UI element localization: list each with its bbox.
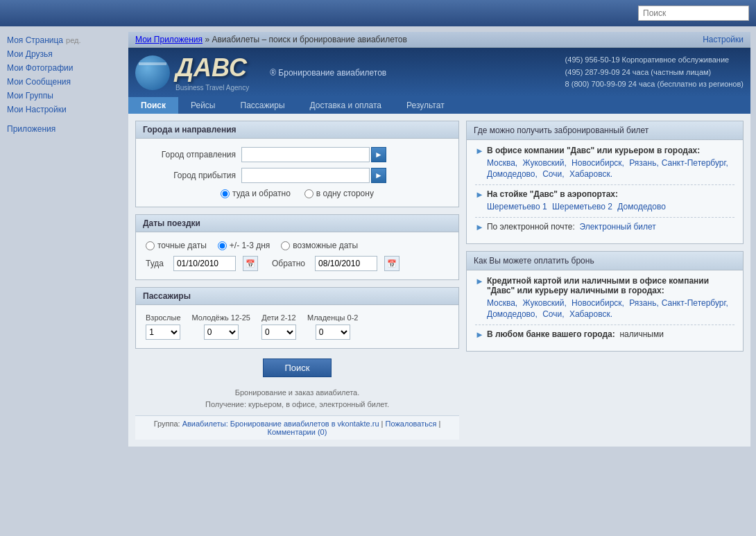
youth-select[interactable]: 0123 bbox=[204, 325, 239, 340]
arrival-input[interactable] bbox=[241, 168, 370, 183]
adults-select[interactable]: 1234 bbox=[146, 325, 180, 340]
email-link[interactable]: Электронный билет bbox=[579, 222, 655, 232]
children-select[interactable]: 0123 bbox=[261, 325, 296, 340]
dates-section: Даты поездки точные даты +/- 1-3 дня bbox=[135, 214, 459, 280]
davs-banner: ДАВС Business Travel Agency ® Бронирован… bbox=[128, 48, 750, 97]
plus-minus-radio[interactable] bbox=[218, 241, 227, 250]
card-arrow-icon: ► bbox=[475, 276, 484, 286]
payment-cities: Москва, Жуковский, Новосибирск, Рязань, … bbox=[487, 298, 734, 319]
sidebar-link-mypage[interactable]: Моя Страница bbox=[7, 35, 63, 45]
pay-city-moskva[interactable]: Москва, bbox=[487, 298, 517, 308]
sidebar-item-photos: Мои Фотографии bbox=[0, 61, 128, 75]
pay-city-zhukovsky[interactable]: Жуковский, bbox=[523, 298, 567, 308]
departure-input[interactable] bbox=[241, 147, 370, 162]
pay-city-domodedovo[interactable]: Домодедово, bbox=[487, 309, 538, 319]
children-col: Дети 2-12 0123 bbox=[261, 313, 296, 340]
sidebar-link-apps[interactable]: Приложения bbox=[7, 124, 55, 134]
passengers-row: Взрослые 1234 Молодёжь 12-25 0123 bbox=[146, 313, 449, 340]
card-heading: Кредитной картой или наличными в офисе к… bbox=[487, 276, 734, 295]
adults-label: Взрослые bbox=[146, 313, 181, 322]
airport-link-sher1[interactable]: Шереметьево 1 bbox=[487, 202, 547, 211]
dates-section-body: точные даты +/- 1-3 дня возможные даты bbox=[136, 232, 458, 279]
cities-section-body: Город отправления ► Город прибытия ► bbox=[136, 139, 458, 207]
card-content: Кредитной картой или наличными в офисе к… bbox=[487, 276, 734, 319]
search-btn-area: Поиск bbox=[135, 358, 459, 377]
pay-city-ryazan[interactable]: Рязань, bbox=[629, 298, 659, 308]
tab-result[interactable]: Результат bbox=[394, 97, 457, 114]
sidebar-link-friends[interactable]: Мои Друзья bbox=[7, 49, 53, 59]
depart-label: Туда bbox=[146, 259, 164, 268]
arrival-arrow-btn[interactable]: ► bbox=[371, 168, 386, 183]
return-calendar-btn[interactable]: 📅 bbox=[384, 256, 400, 271]
davs-phone3: 8 (800) 700-99-09 24 часа (бесплатно из … bbox=[565, 78, 744, 91]
possible-dates-label[interactable]: возможные даты bbox=[281, 241, 358, 250]
city-link-moskva[interactable]: Москва, bbox=[487, 158, 517, 168]
davs-subtitle: Business Travel Agency bbox=[175, 84, 249, 92]
airport-row: ► На стойке "Давс" в аэропортах: Шеремет… bbox=[475, 189, 734, 211]
oneway-radio[interactable] bbox=[304, 189, 313, 198]
depart-calendar-btn[interactable]: 📅 bbox=[243, 256, 258, 271]
sidebar-item-friends: Мои Друзья bbox=[0, 47, 128, 61]
pay-city-novosibirsk[interactable]: Новосибирск, bbox=[572, 298, 624, 308]
oneway-label[interactable]: в одну сторону bbox=[304, 189, 374, 198]
info-panel: Где можно получить забронированный билет… bbox=[466, 121, 744, 440]
top-bar bbox=[0, 0, 756, 26]
sidebar-item-settings: Мои Настройки bbox=[0, 103, 128, 116]
plus-minus-label[interactable]: +/- 1-3 дня bbox=[218, 241, 270, 250]
depart-date-input[interactable] bbox=[173, 256, 236, 271]
email-arrow-icon: ► bbox=[475, 222, 484, 232]
sidebar-link-photos[interactable]: Мои Фотографии bbox=[7, 63, 73, 73]
comments-link[interactable]: Комментарии (0) bbox=[268, 428, 327, 436]
sidebar-edit-link[interactable]: ред. bbox=[66, 36, 80, 44]
complain-link[interactable]: Пожаловаться bbox=[386, 420, 437, 428]
tab-search[interactable]: Поиск bbox=[128, 97, 178, 114]
bank-heading: В любом банке вашего города: bbox=[487, 329, 615, 339]
divider1 bbox=[475, 184, 734, 185]
roundtrip-label[interactable]: туда и обратно bbox=[221, 189, 291, 198]
arrival-label: Город прибытия bbox=[146, 171, 236, 180]
youth-col: Молодёжь 12-25 0123 bbox=[192, 313, 250, 340]
departure-row: Город отправления ► bbox=[146, 147, 449, 162]
booking-line2: Получение: курьером, в офисе, электронны… bbox=[141, 399, 454, 410]
office-heading: В офисе компании "Давс" или курьером в г… bbox=[487, 146, 734, 155]
app-settings-link[interactable]: Настройки bbox=[703, 35, 744, 44]
possible-dates-radio[interactable] bbox=[281, 241, 290, 250]
group-link[interactable]: Авиабилеты: Бронирование авиабилетов в v… bbox=[182, 420, 379, 428]
dates-radio-row: точные даты +/- 1-3 дня возможные даты bbox=[146, 241, 449, 250]
tab-passengers[interactable]: Пассажиры bbox=[228, 97, 298, 114]
sidebar-link-groups[interactable]: Мои Группы bbox=[7, 91, 53, 101]
airport-link-sher2[interactable]: Шереметьево 2 bbox=[552, 202, 612, 211]
roundtrip-radio[interactable] bbox=[221, 189, 230, 198]
search-button[interactable]: Поиск bbox=[263, 358, 331, 377]
pay-city-sochi[interactable]: Сочи, bbox=[542, 309, 564, 319]
cities-section: Города и направления Город отправления ►… bbox=[135, 121, 459, 207]
trip-type-row: туда и обратно в одну сторону bbox=[146, 189, 449, 198]
exact-dates-label[interactable]: точные даты bbox=[146, 241, 207, 250]
sidebar-item-messages: Мои Сообщения bbox=[0, 75, 128, 89]
cities-section-title: Города и направления bbox=[136, 121, 458, 139]
tab-flights[interactable]: Рейсы bbox=[178, 97, 227, 114]
divider2 bbox=[475, 217, 734, 218]
pay-city-khabarovsk[interactable]: Хабаровск. bbox=[569, 309, 612, 319]
exact-dates-radio[interactable] bbox=[146, 241, 155, 250]
airport-link-domo[interactable]: Домодедово bbox=[617, 202, 666, 211]
infants-select[interactable]: 0123 bbox=[316, 325, 350, 340]
departure-arrow-btn[interactable]: ► bbox=[371, 147, 386, 162]
city-link-spb[interactable]: Санкт-Петербург, bbox=[662, 158, 728, 168]
return-date-input[interactable] bbox=[315, 256, 377, 271]
city-link-novosibirsk[interactable]: Новосибирск, bbox=[572, 158, 624, 168]
city-link-zhukovsky[interactable]: Жуковский, bbox=[523, 158, 567, 168]
airport-heading: На стойке "Давс" в аэропортах: bbox=[487, 189, 734, 199]
city-link-ryazan[interactable]: Рязань, bbox=[629, 158, 659, 168]
tab-delivery[interactable]: Доставка и оплата bbox=[298, 97, 395, 114]
sidebar-link-messages[interactable]: Мои Сообщения bbox=[7, 77, 71, 87]
sidebar-link-settings[interactable]: Мои Настройки bbox=[7, 105, 67, 114]
city-link-khabarovsk[interactable]: Хабаровск. bbox=[569, 169, 612, 179]
children-label: Дети 2-12 bbox=[261, 313, 295, 322]
pay-city-spb[interactable]: Санкт-Петербург, bbox=[662, 298, 728, 308]
davs-logo-text: ДАВС bbox=[175, 53, 249, 83]
city-link-sochi[interactable]: Сочи, bbox=[542, 169, 564, 179]
breadcrumb-home[interactable]: Мои Приложения bbox=[135, 35, 203, 44]
top-search-input[interactable] bbox=[638, 6, 749, 21]
city-link-domodedovo[interactable]: Домодедово, bbox=[487, 169, 538, 179]
